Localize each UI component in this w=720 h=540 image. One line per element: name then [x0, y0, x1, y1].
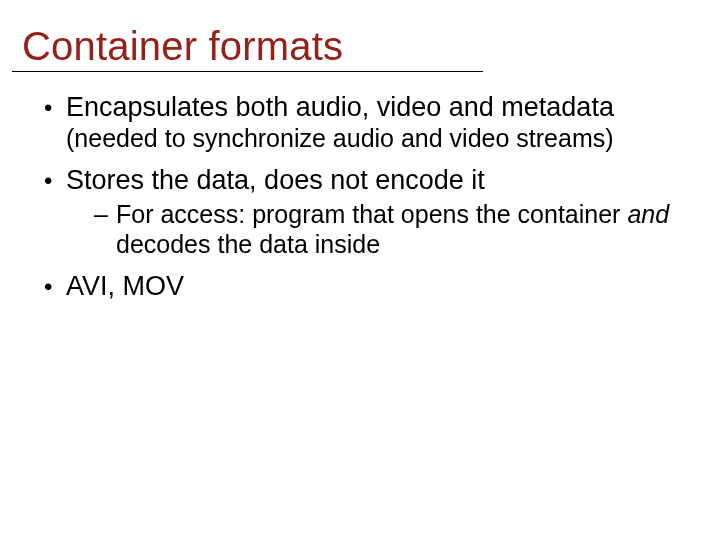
slide-body: Encapsulates both audio, video and metad… — [22, 92, 698, 303]
sub-bullet-list: For access: program that opens the conta… — [66, 200, 698, 259]
sub-bullet-item: For access: program that opens the conta… — [94, 200, 698, 259]
sub-bullet-prefix: For access: program that opens the conta… — [116, 200, 627, 228]
sub-bullet-suffix: decodes the data inside — [116, 230, 380, 258]
bullet-item: Stores the data, does not encode it For … — [44, 165, 698, 260]
bullet-item: AVI, MOV — [44, 271, 698, 303]
sub-bullet-italic: and — [627, 200, 669, 228]
bullet-text: Stores the data, does not encode it — [66, 165, 485, 195]
bullet-item: Encapsulates both audio, video and metad… — [44, 92, 698, 153]
slide: Container formats Encapsulates both audi… — [0, 0, 720, 540]
bullet-text: AVI, MOV — [66, 271, 184, 301]
title-underline: Container formats — [12, 24, 483, 72]
bullet-list: Encapsulates both audio, video and metad… — [22, 92, 698, 303]
bullet-text: Encapsulates both audio, video and metad… — [66, 92, 614, 122]
slide-title: Container formats — [22, 24, 343, 68]
bullet-subtext: (needed to synchronize audio and video s… — [66, 124, 698, 153]
